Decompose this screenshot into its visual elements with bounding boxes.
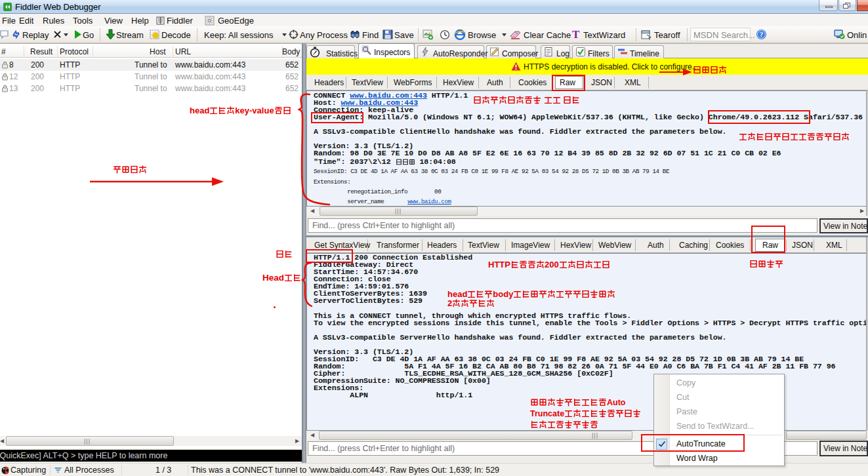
svg-text:?: ?: [760, 30, 764, 38]
